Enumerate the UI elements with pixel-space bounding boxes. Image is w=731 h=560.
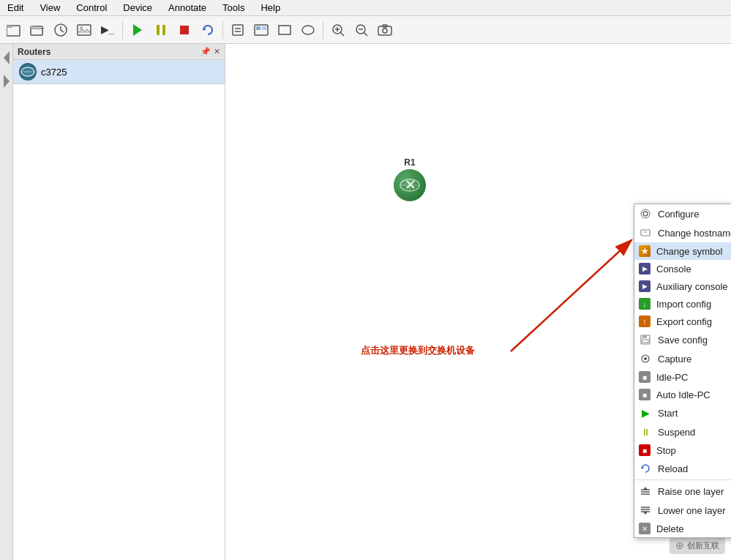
context-menu-export-config[interactable]: ↑ Export config — [634, 313, 731, 330]
toolbar-play[interactable] — [127, 19, 149, 41]
context-menu-auto-idle-pc[interactable]: ■ Auto Idle-PC — [634, 386, 731, 403]
sidebar-item-label: c3725 — [41, 67, 67, 78]
menu-control[interactable]: Control — [72, 1, 111, 15]
idle-pc-label: Idle-PC — [656, 372, 688, 383]
svg-point-39 — [643, 212, 648, 216]
context-menu-import-config[interactable]: ↓ Import config — [634, 295, 731, 313]
svg-rect-45 — [642, 340, 648, 343]
toolbar-zoom-in[interactable] — [327, 19, 349, 41]
toolbar-pause[interactable] — [150, 19, 172, 41]
start-icon: ▶ — [639, 406, 652, 419]
stop-icon: ■ — [639, 444, 651, 456]
context-menu-delete[interactable]: ✕ Delete — [634, 520, 731, 537]
toolbar-reload[interactable] — [197, 19, 219, 41]
context-menu-save-config[interactable]: Save config — [634, 330, 731, 349]
menu-annotate[interactable]: Annotate — [164, 1, 211, 15]
left-panel — [0, 44, 13, 560]
toolbar-new-folder[interactable] — [3, 19, 25, 41]
capture-label: Capture — [658, 354, 691, 365]
context-menu-console[interactable]: ▶ Console — [634, 260, 731, 277]
raise-one-layer-label: Raise one layer — [658, 486, 724, 497]
sidebar-header: Routers 📌 ✕ — [13, 44, 225, 60]
svg-line-38 — [511, 240, 631, 351]
suspend-label: Suspend — [658, 427, 695, 438]
svg-rect-1 — [7, 26, 12, 28]
capture-icon — [639, 352, 652, 365]
context-menu-capture[interactable]: Capture — [634, 349, 731, 368]
auto-idle-pc-label: Auto Idle-PC — [656, 389, 711, 400]
toolbar-sep2 — [222, 21, 223, 39]
delete-icon: ✕ — [639, 523, 651, 534]
console-label: Console — [656, 264, 691, 275]
context-menu-lower-one-layer[interactable]: Lower one layer — [634, 501, 731, 520]
menu-help[interactable]: Help — [256, 1, 285, 15]
delete-label: Delete — [656, 523, 684, 534]
toolbar-stop[interactable] — [173, 19, 195, 41]
router-node-label: R1 — [404, 157, 415, 168]
annotation-text: 点击这里更换到交换机设备 — [361, 344, 475, 357]
canvas-area[interactable]: R1 点击这里更换到交换机设备 — [225, 44, 731, 560]
router-node-icon[interactable] — [394, 169, 426, 201]
svg-rect-10 — [180, 26, 189, 34]
context-menu-change-hostname[interactable]: Change hostname — [634, 223, 731, 242]
toolbar-sep3 — [323, 21, 323, 39]
sidebar-close-btn[interactable]: ✕ — [214, 47, 220, 56]
svg-point-47 — [644, 357, 647, 360]
svg-marker-11 — [203, 28, 206, 31]
svg-rect-44 — [642, 335, 647, 338]
context-menu-divider1 — [634, 479, 731, 480]
context-menu-start[interactable]: ▶ Start — [634, 403, 731, 422]
toolbar-edit[interactable] — [227, 19, 249, 41]
toolbar-ellipse[interactable] — [297, 19, 319, 41]
lower-one-layer-icon — [639, 504, 652, 517]
svg-rect-12 — [233, 25, 243, 35]
toolbar-history[interactable] — [50, 19, 72, 41]
reload-label: Reload — [658, 463, 688, 474]
context-menu: Configure Change hostname ★ Change symbo… — [634, 204, 731, 538]
svg-point-6 — [80, 26, 83, 29]
idle-pc-icon: ■ — [639, 371, 651, 383]
raise-one-layer-icon — [639, 485, 652, 498]
context-menu-reload[interactable]: Reload — [634, 459, 731, 478]
toolbar-rectangle[interactable] — [274, 19, 296, 41]
context-menu-configure[interactable]: Configure — [634, 204, 731, 223]
svg-marker-31 — [4, 75, 10, 88]
router-node-r1[interactable]: R1 — [394, 157, 426, 201]
import-config-icon: ↓ — [639, 298, 651, 310]
context-menu-stop[interactable]: ■ Stop — [634, 441, 731, 459]
toolbar-screenshot[interactable] — [374, 19, 396, 41]
import-config-label: Import config — [656, 299, 711, 310]
menubar: Edit View Control Device Annotate Tools … — [0, 0, 731, 16]
svg-marker-52 — [643, 487, 648, 490]
sidebar-item-c3725[interactable]: c3725 — [13, 60, 225, 84]
context-menu-auxiliary-console[interactable]: ▶ Auxiliary console — [634, 277, 731, 295]
context-menu-idle-pc[interactable]: ■ Idle-PC — [634, 368, 731, 386]
toolbar-image[interactable] — [73, 19, 95, 41]
menu-view[interactable]: View — [35, 1, 64, 15]
context-menu-change-symbol[interactable]: ★ Change symbol — [634, 242, 731, 260]
toolbar-open[interactable] — [26, 19, 48, 41]
menu-edit[interactable]: Edit — [3, 1, 28, 15]
svg-rect-9 — [162, 25, 165, 35]
toolbar-terminal[interactable]: ▶_ — [97, 19, 119, 41]
menu-device[interactable]: Device — [119, 1, 157, 15]
toolbar-zoom-out[interactable] — [350, 19, 372, 41]
auxiliary-console-icon: ▶ — [639, 280, 651, 292]
svg-point-19 — [302, 26, 314, 34]
start-label: Start — [658, 408, 678, 419]
sidebar-pin-btn[interactable]: 📌 — [200, 47, 211, 56]
sidebar-controls: 📌 ✕ — [200, 47, 220, 56]
change-hostname-icon — [639, 226, 652, 239]
main-layout: Routers 📌 ✕ c3725 R1 — [0, 44, 731, 560]
menu-tools[interactable]: Tools — [218, 1, 249, 15]
sidebar: Routers 📌 ✕ c3725 — [13, 44, 225, 560]
context-menu-raise-one-layer[interactable]: Raise one layer — [634, 482, 731, 501]
sidebar-title: Routers — [18, 47, 50, 57]
configure-label: Configure — [658, 209, 699, 220]
change-symbol-label: Change symbol — [656, 246, 722, 257]
left-panel-btn2[interactable] — [1, 70, 12, 92]
export-config-label: Export config — [656, 316, 712, 327]
left-panel-btn1[interactable] — [1, 47, 12, 69]
context-menu-suspend[interactable]: ⏸ Suspend — [634, 422, 731, 441]
toolbar-image2[interactable] — [250, 19, 272, 41]
